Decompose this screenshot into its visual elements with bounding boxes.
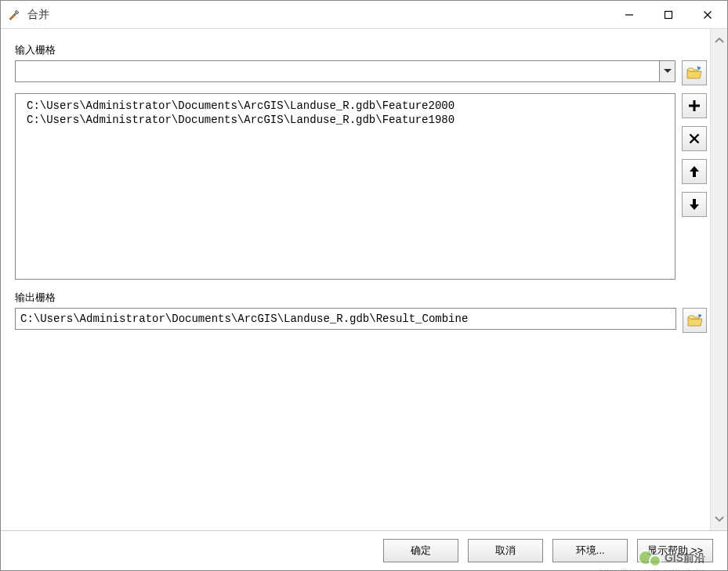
content-wrap: 输入栅格 C:\Users\Administrator\Documents\Ar…: [1, 29, 727, 530]
window-controls: [610, 1, 727, 28]
svg-rect-5: [689, 105, 700, 107]
input-raster-field[interactable]: [16, 61, 659, 81]
move-up-button[interactable]: [682, 159, 707, 184]
list-item[interactable]: C:\Users\Administrator\Documents\ArcGIS\…: [16, 99, 675, 113]
maximize-button[interactable]: [649, 1, 688, 28]
ok-button[interactable]: 确定: [383, 539, 458, 562]
content-scrollbar[interactable]: [710, 29, 727, 530]
watermark-subtext: https://blog.csdn.net/ccibake: [599, 568, 705, 571]
svg-rect-1: [665, 11, 672, 18]
window-title: 合并: [27, 8, 610, 22]
environments-button[interactable]: 环境...: [552, 539, 628, 562]
output-raster-label: 输出栅格: [15, 291, 707, 305]
input-raster-label: 输入栅格: [15, 43, 707, 57]
add-button[interactable]: [682, 93, 707, 118]
output-raster-field-wrap: [15, 308, 676, 330]
titlebar: 合并: [1, 1, 727, 29]
button-bar: 确定 取消 环境... 显示帮助 >> GIS前沿 https://blog.c…: [1, 530, 727, 570]
hammer-icon: [7, 8, 21, 22]
show-help-button[interactable]: 显示帮助 >>: [637, 539, 713, 562]
cancel-button[interactable]: 取消: [468, 539, 543, 562]
dialog-window: 合并 输入栅格 C:\Users\Administrator\Documents: [0, 0, 728, 571]
input-list-section: C:\Users\Administrator\Documents\ArcGIS\…: [15, 93, 707, 280]
browse-input-button[interactable]: [682, 60, 707, 85]
output-row: [15, 308, 707, 333]
input-raster-combo[interactable]: [15, 60, 675, 82]
chevron-down-icon[interactable]: [713, 513, 726, 526]
content-spacer: [15, 341, 707, 516]
input-list[interactable]: C:\Users\Administrator\Documents\ArcGIS\…: [15, 93, 675, 280]
content-panel: 输入栅格 C:\Users\Administrator\Documents\Ar…: [1, 29, 710, 530]
list-actions: [682, 93, 707, 280]
minimize-button[interactable]: [610, 1, 649, 28]
output-raster-field[interactable]: [20, 313, 671, 325]
list-item[interactable]: C:\Users\Administrator\Documents\ArcGIS\…: [16, 113, 675, 127]
move-down-button[interactable]: [682, 192, 707, 217]
chevron-up-icon[interactable]: [713, 34, 726, 46]
browse-output-button[interactable]: [683, 308, 707, 333]
input-row: [15, 60, 707, 85]
chevron-down-icon[interactable]: [659, 61, 675, 81]
remove-button[interactable]: [682, 126, 707, 151]
close-button[interactable]: [688, 1, 727, 28]
